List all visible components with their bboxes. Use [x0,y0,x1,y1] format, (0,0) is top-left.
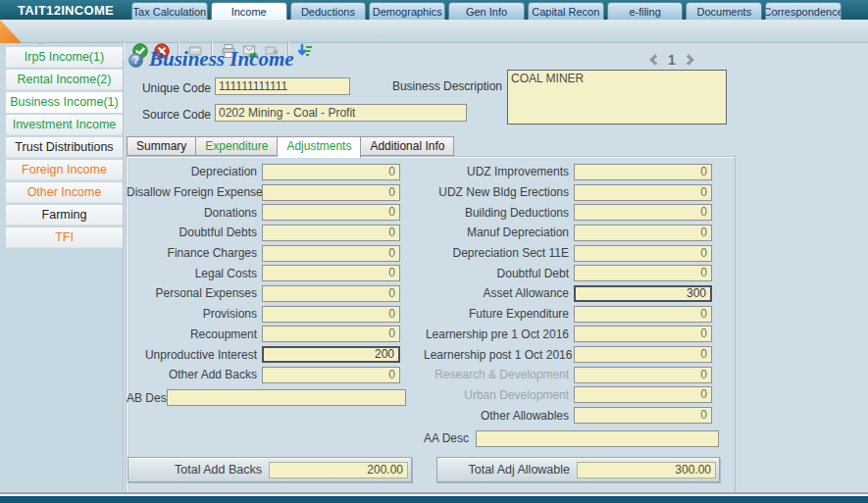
doubtful-debt-input[interactable]: 0 [574,265,712,281]
source-code-input[interactable]: 0202 Mining - Coal - Profit [215,104,467,122]
tab-deductions[interactable]: Deductions [290,2,367,20]
record-pager: 1 [651,52,692,68]
field-row-depreciation: Depreciation0 [127,162,406,182]
donations-input[interactable]: 0 [262,204,400,221]
total-adj-allowable-panel: Total Adj Allowable 300.00 [436,457,720,482]
other-allowables-label: Other Allowables [424,409,574,423]
sidebar-item-foreign-income[interactable]: Foreign Income [6,160,123,180]
depreciation-input[interactable]: 0 [262,164,400,180]
personal-expenses-label: Personal Expenses [127,286,262,300]
unproductive-interest-label: Unproductive Interest [127,348,262,362]
manuf-depreciation-input[interactable]: 0 [574,225,712,241]
business-description-input[interactable]: COAL MINER [507,70,727,125]
depreciation-sect-11e-input[interactable]: 0 [574,245,712,262]
sidebar-item-trust-distributions[interactable]: Trust Distributions [6,137,123,158]
allowables-column: UDZ Improvements0UDZ New Bldg Erections0… [424,162,719,449]
tab-tax-calculation[interactable]: Tax Calculation [131,2,208,20]
depreciation-sect-11e-label: Depreciation Sect 11E [424,246,574,260]
business-description-label: Business Description [388,79,502,93]
main-tabs: Tax CalculationIncomeDeductionsDemograph… [131,2,842,20]
field-row-udz-improvements: UDZ Improvements0 [424,162,719,182]
field-row-finance-charges: Finance Charges0 [127,243,406,264]
status-bar [0,496,868,503]
tab-gen-info[interactable]: Gen Info [448,2,525,20]
other-allowables-input[interactable]: 0 [574,407,712,424]
ab-desc-input[interactable] [167,389,406,406]
other-add-backs-input[interactable]: 0 [262,367,400,383]
finance-charges-label: Finance Charges [127,246,262,260]
learnership-pre-1-oct-2016-input[interactable]: 0 [574,326,712,342]
building-deductions-label: Building Deductions [424,206,574,220]
sidebar-item-farming[interactable]: Farming [6,205,123,226]
udz-new-bldg-erections-input[interactable]: 0 [574,184,712,201]
sidebar-item-other-income[interactable]: Other Income [6,182,123,203]
tab-income[interactable]: Income [211,2,287,20]
toolbar [0,20,868,43]
total-add-backs-value: 200.00 [269,462,408,478]
finance-charges-input[interactable]: 0 [262,245,400,262]
learnership-post-1-oct-2016-input[interactable]: 0 [574,346,712,363]
udz-improvements-input[interactable]: 0 [574,164,712,180]
field-row-provisions: Provisions0 [127,304,406,325]
tab-demographics[interactable]: Demographics [369,2,445,20]
unique-code-input[interactable]: 111111111111 [215,77,350,95]
field-row-aa-desc: AA Desc [424,428,719,449]
source-code-label: Source Code [123,108,211,122]
manuf-depreciation-label: Manuf Depreciation [424,226,574,239]
page-title: Business Income [149,47,294,72]
disallow-foreign-expenses-input[interactable]: 0 [262,184,400,201]
help-icon[interactable] [128,53,143,68]
doubtful-debt-label: Doubtful Debt [424,267,574,280]
research-development-label: Research & Development [424,368,574,381]
legal-costs-input[interactable]: 0 [262,265,400,281]
sidebar-item-irp5-income-1[interactable]: Irp5 Income(1) [6,47,123,68]
sidebar-item-tfi[interactable]: TFI [6,227,123,248]
building-deductions-input[interactable]: 0 [574,204,712,221]
subtab-summary[interactable]: Summary [127,136,196,156]
doubtful-debts-input[interactable]: 0 [262,225,400,241]
field-row-research-development: Research & Development0 [424,365,719,385]
sidebar-item-rental-income-2[interactable]: Rental Income(2) [6,70,123,90]
ab-desc-label: AB Desc [127,391,167,405]
tab-documents[interactable]: Documents [686,2,762,20]
urban-development-input[interactable]: 0 [574,386,712,403]
depreciation-label: Depreciation [127,165,262,178]
field-row-udz-new-bldg-erections: UDZ New Bldg Erections0 [424,182,719,203]
add-backs-column: Depreciation0Disallow Foreign Expenses0D… [127,162,406,408]
future-expenditure-label: Future Expenditure [424,307,574,321]
unproductive-interest-input[interactable]: 200 [262,346,400,363]
tab-e-filing[interactable]: e-filing [607,2,684,20]
tab-capital-recon[interactable]: Capital Recon [528,2,604,20]
next-record-icon[interactable] [683,54,693,65]
sort-icon[interactable] [295,41,315,61]
subtab-adjustments[interactable]: Adjustments [278,136,361,158]
field-row-doubtful-debt: Doubtful Debt0 [424,263,719,283]
income-type-sidebar: Irp5 Income(1)Rental Income(2)Business I… [0,44,124,491]
field-row-learnership-pre-1-oct-2016: Learnership pre 1 Oct 20160 [424,325,719,345]
total-adj-allowable-label: Total Adj Allowable [440,463,577,477]
subtab-additional-info[interactable]: Additional Info [361,136,454,156]
asset-allowance-input[interactable]: 300 [574,285,712,302]
disallow-foreign-expenses-label: Disallow Foreign Expenses [127,185,262,199]
tab-correspondence[interactable]: Correspondence [765,2,842,20]
sidebar-item-investment-income[interactable]: Investment Income [6,115,123,135]
udz-new-bldg-erections-label: UDZ New Bldg Erections [424,185,574,199]
app-window: TAIT12INCOME Tax CalculationIncomeDeduct… [0,0,868,503]
aa-desc-label: AA Desc [424,431,476,445]
aa-desc-input[interactable] [476,430,719,447]
recoupment-input[interactable]: 0 [262,326,400,342]
udz-improvements-label: UDZ Improvements [424,165,574,178]
sidebar-item-business-income-1[interactable]: Business Income(1) [6,92,123,113]
provisions-input[interactable]: 0 [262,306,400,323]
previous-record-icon[interactable] [649,54,660,65]
learnership-pre-1-oct-2016-label: Learnership pre 1 Oct 2016 [424,327,574,341]
donations-label: Donations [127,206,262,220]
doubtful-debts-label: Doubtful Debts [127,226,262,239]
research-development-input[interactable]: 0 [574,367,712,383]
subtab-expenditure[interactable]: Expenditure [196,136,278,156]
provisions-label: Provisions [127,307,262,321]
personal-expenses-input[interactable]: 0 [262,285,400,302]
field-row-ab-desc: AB Desc [127,388,406,409]
future-expenditure-input[interactable]: 0 [574,306,712,323]
field-row-doubtful-debts: Doubtful Debts0 [127,223,406,243]
